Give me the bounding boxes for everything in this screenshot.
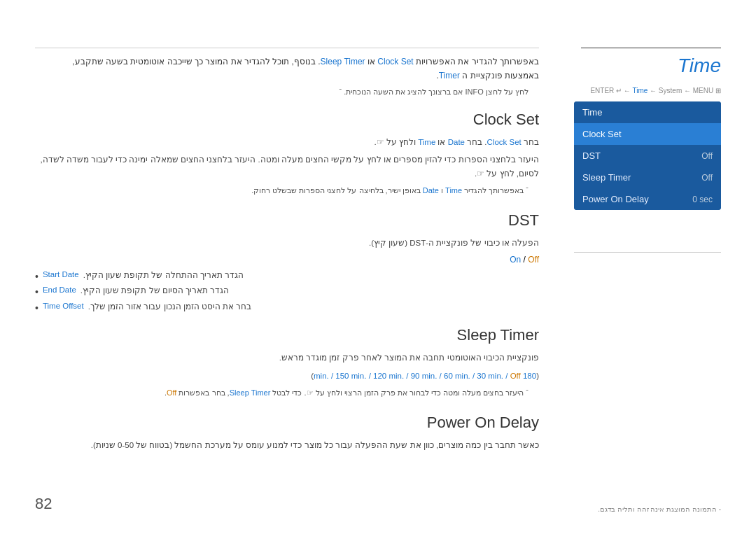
dst-start-label: Start Date [43,270,79,279]
menu-item-power-on-delay[interactable]: Power On Delay 0 sec [574,188,721,210]
sleep-timer-heading: Sleep Timer [35,326,539,344]
clock-set-body2: היעזר בלחצני הספרות כדי להזין מספרים או … [35,153,539,181]
intro-sub: לחץ על לחצן INFO אם ברצונך להציג את השעה… [35,87,539,97]
power-on-delay-section: Power On Delay כאשר תחבר בין כמה מוצרים,… [35,414,539,453]
sleep-timer-note: ˉ היעזר בחצים מעלה ומטה כדי לבחור את פרק… [35,387,539,400]
right-panel: Time ENTER ↵ ← Time ← System ← MENU ⊞ Ti… [574,55,721,210]
bottom-note: - התמונה המוצגת אינה זהה ותליה בדגם. [598,505,721,513]
clock-set-label: Clock Set [582,129,622,139]
sleep-timer-options: (180 min. / 150 min. / 120 min. / 90 min… [35,370,539,384]
menu-item-clock-set[interactable]: Clock Set [574,123,721,145]
sleep-timer-section: Sleep Timer פונקציית הכיבוי האוטומטי תחב… [35,326,539,400]
dst-section: DST הפעלה או כיבוי של פונקציית ה-DST (שע… [35,211,539,315]
intro-line1: באפשרותך להגדיר את האפשרויות Clock Set א… [72,57,539,66]
dst-end-label: End Date [43,286,76,294]
dst-label: DST [582,150,601,161]
top-line-right [581,48,721,48]
page-number: 82 [35,495,52,513]
dst-body: הפעלה או כיבוי של פונקציית ה-DST (שעון ק… [35,237,539,251]
breadcrumb-text: ENTER ↵ ← Time ← System ← MENU ⊞ [590,87,721,94]
sleep-timer-body: פונקציית הכיבוי האוטומטי תחבה את המוצר ל… [35,351,539,365]
clock-set-heading: Clock Set [35,111,539,129]
clock-set-note: ˉ באפשרותך להגדיר Time ו Date באופן ישיר… [35,185,539,197]
menu-item-sleep-timer[interactable]: Sleep Timer Off [574,167,721,188]
dst-offset-text: בחר את היסט הזמן הנכון עבור אזור הזמן של… [88,302,252,311]
dst-offset-label: Time Offset [43,302,84,310]
menu-item-dst[interactable]: DST Off [574,145,721,167]
sleep-timer-label: Sleep Timer [582,172,631,183]
power-on-delay-body: כאשר תחבר בין כמה מוצרים, כוון את שעת הה… [35,439,539,453]
main-content: באפשרותך להגדיר את האפשרויות Clock Set א… [35,55,539,464]
menu-header: Time [574,101,721,123]
dst-value: Off [701,151,713,161]
power-on-delay-label: Power On Delay [582,194,649,204]
dst-bullet-offset: בחר את היסט הזמן הנכון עבור אזור הזמן של… [35,302,539,316]
clock-set-body1: בחר Clock Set. בחר Date או Time ולחץ על … [35,136,539,150]
clock-set-section: Clock Set בחר Clock Set. בחר Date או Tim… [35,111,539,197]
dst-end-text: הגדר תאריך הסיום של תקופת שעון הקיץ. [80,286,229,295]
dst-start-text: הגדר תאריך ההתחלה של תקופת שעון הקיץ. [83,270,244,280]
sleep-timer-value: Off [701,173,713,183]
power-on-delay-heading: Power On Delay [35,414,539,432]
dst-bullet-end: הגדר תאריך הסיום של תקופת שעון הקיץ. End… [35,286,539,300]
dst-heading: DST [35,211,539,230]
breadcrumb: ENTER ↵ ← Time ← System ← MENU ⊞ [574,87,721,94]
top-line-left [35,48,539,48]
dst-on-off: On / Off [35,255,539,265]
intro-text: באפשרותך להגדיר את האפשרויות Clock Set א… [35,55,539,83]
dst-bullet-start: הגדר תאריך ההתחלה של תקופת שעון הקיץ. St… [35,270,539,284]
separator-right [574,252,721,253]
power-on-delay-value: 0 sec [692,195,713,204]
panel-title: Time [574,55,721,77]
time-menu-box: Time Clock Set DST Off Sleep Timer Off P… [574,101,721,210]
intro-line2: באמצעות פונקציית ה Timer. [436,71,539,80]
